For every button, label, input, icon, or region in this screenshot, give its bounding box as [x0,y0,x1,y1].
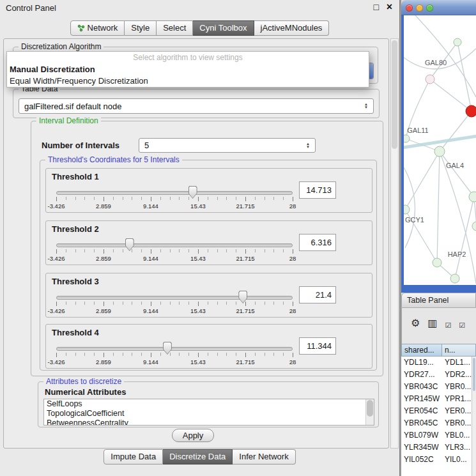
threshold-3-value-field[interactable]: 21.4 [299,286,336,303]
network-node[interactable] [404,135,410,142]
slider-track[interactable] [56,191,293,195]
zoom-traffic-light[interactable] [426,4,433,12]
cell[interactable]: YPR145W [401,393,442,405]
cell[interactable]: YLR345W [401,441,442,454]
table-row[interactable]: YPR145WYPR1... [401,393,472,405]
tab-discretize-data[interactable]: Discretize Data [163,449,233,464]
tab-select[interactable]: Select [157,20,193,36]
cell[interactable]: YBR0... [442,417,472,429]
list-scrollbar[interactable] [365,399,374,425]
network-edge[interactable] [437,151,440,263]
cell[interactable]: YDL19... [401,357,442,369]
table-row[interactable]: YDR27...YDR2... [401,369,472,381]
network-canvas[interactable]: GAL80GAL11GAL4GCY1HAP2 [404,15,476,285]
slider-track[interactable] [56,347,293,351]
slider-track[interactable] [56,296,293,300]
table-row[interactable]: YER054CYER0... [401,405,472,417]
dropdown-option-manual-discretization[interactable]: Manual Discretization [7,64,369,75]
network-node[interactable] [466,105,476,117]
network-node[interactable] [433,258,441,267]
cell[interactable]: YBR043C [401,381,442,393]
scrollbar-thumb[interactable] [392,40,397,149]
dropdown-option-equal-width-frequency[interactable]: Equal Width/Frequency Discretization [7,75,369,87]
network-edge[interactable] [430,79,472,111]
threshold-4-slider[interactable]: -3.426 2.859 9.144 15.43 21.715 28 [56,340,293,367]
network-window-titlebar[interactable] [401,0,476,15]
column-header-name[interactable]: n... [442,344,476,357]
network-node[interactable] [434,146,445,157]
combobox-spinner-icon[interactable]: ▲▼ [361,103,371,109]
cell[interactable]: YDL1... [442,357,472,369]
close-traffic-light[interactable] [406,4,413,12]
scrollbar-thumb[interactable] [367,400,373,417]
combobox-spinner-icon[interactable]: ▲▼ [303,142,313,149]
numerical-attributes-list[interactable]: SelfLoops TopologicalCoefficient Between… [43,399,374,426]
cell[interactable]: YLR3... [442,441,472,454]
threshold-1-value-field[interactable]: 14.713 [299,181,336,199]
select-check-icon-2[interactable]: ☑ [459,320,465,330]
table-row[interactable]: YBL079WYBL0... [401,429,472,441]
table-row[interactable]: YIL052CYIL0... [401,454,472,466]
tab-jactivemnodules[interactable]: jActiveMNodules [254,20,330,36]
number-of-intervals-combobox[interactable]: 5 ▲▼ [139,138,316,153]
cell[interactable]: YBR0... [442,381,472,393]
tick-mark [198,353,199,357]
cell[interactable]: YDR2... [442,369,472,381]
threshold-1-slider[interactable]: -3.426 2.859 9.144 15.43 21.715 28 [56,184,293,211]
tab-style[interactable]: Style [125,20,157,36]
algorithm-dropdown-popup: Select algorithm to view settings Manual… [6,51,369,88]
column-header-shared[interactable]: shared... [401,344,442,357]
network-node[interactable] [472,222,476,231]
tab-impute-data[interactable]: Impute Data [104,449,163,464]
table-row[interactable]: YDL19...YDL1... [401,357,472,369]
table-row[interactable]: YLR345WYLR3... [401,441,472,454]
application-root: Control Panel □ × Network Style Select C… [0,0,476,476]
cell[interactable]: YBL079W [401,429,442,441]
cell[interactable]: YER0... [442,405,472,417]
slider-scale-labels: -3.426 2.859 9.144 15.43 21.715 28 [56,307,293,314]
tab-cyni-toolbox[interactable]: Cyni Toolbox [193,20,254,36]
network-edge[interactable] [440,111,472,151]
cell[interactable]: YIL0... [442,454,472,466]
network-edge[interactable] [440,151,474,197]
minimize-traffic-light[interactable] [416,4,423,12]
apply-button[interactable]: Apply [172,429,214,442]
cell[interactable]: YER054C [401,405,442,417]
tab-network[interactable]: Network [70,20,125,36]
network-node[interactable] [450,274,459,283]
table-data-combobox[interactable]: galFiltered.sif default node ▲▼ [19,98,374,114]
network-node[interactable] [404,205,410,214]
cell[interactable]: YIL052C [401,454,442,466]
network-node-label: GAL4 [446,162,464,169]
table-scrollbar[interactable] [472,357,476,476]
scrollbar-thumb[interactable] [473,358,475,391]
column-chooser-icon[interactable]: ▥ [427,318,437,328]
threshold-3-slider[interactable]: -3.426 2.859 9.144 15.43 21.715 28 [56,289,293,316]
list-item[interactable]: SelfLoops [44,399,374,409]
threshold-4-value-field[interactable]: 11.344 [299,337,336,355]
table-row[interactable]: YBR045CYBR0... [401,417,472,429]
cell[interactable]: YBR045C [401,417,442,429]
list-item[interactable]: TopologicalCoefficient [44,409,374,418]
network-node[interactable] [426,75,434,84]
close-icon[interactable]: × [387,1,392,13]
float-window-icon[interactable]: □ [374,2,379,12]
network-node[interactable] [469,192,476,202]
cell[interactable]: YBL0... [442,429,472,441]
interval-definition-group-label: Interval Definition [36,116,101,125]
network-edge[interactable] [457,42,472,111]
threshold-2-value-field[interactable]: 6.316 [299,234,336,251]
settings-gear-icon[interactable]: ⚙ [411,318,420,328]
cell[interactable]: YPR1... [442,393,472,405]
table-row[interactable]: YBR043CYBR0... [401,381,472,393]
network-edge[interactable] [455,197,474,279]
cell[interactable]: YDR27... [401,369,442,381]
table-panel-header[interactable]: Table Panel [401,293,476,308]
list-item[interactable]: BetweennessCentrality [44,418,374,426]
panel-scrollbar[interactable] [390,38,399,449]
threshold-2-slider[interactable]: -3.426 2.859 9.144 15.43 21.715 28 [56,236,293,263]
tab-infer-network[interactable]: Infer Network [233,449,295,464]
slider-track[interactable] [56,243,293,247]
network-node[interactable] [454,38,461,46]
select-check-icon[interactable]: ☑ [445,320,451,330]
